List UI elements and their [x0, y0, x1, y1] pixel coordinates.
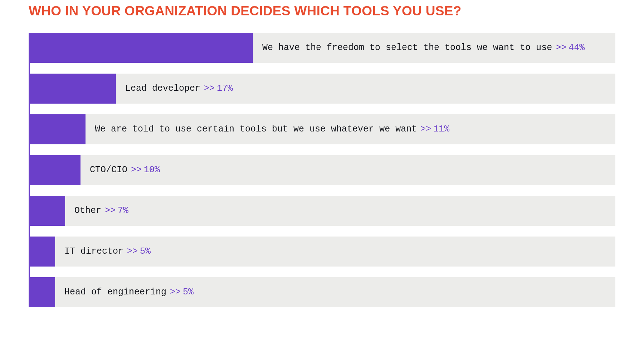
- bar-fill: [30, 237, 55, 267]
- bar-label: CTO/CIO >> 10%: [80, 155, 615, 185]
- bar-label-separator: >>: [420, 123, 431, 135]
- bar-row: Lead developer >> 17%: [30, 74, 615, 104]
- bar-label-separator: >>: [556, 42, 566, 54]
- bar-label-separator: >>: [170, 286, 181, 298]
- bar-label-value: 5%: [183, 286, 194, 298]
- bar-row: We have the freedom to select the tools …: [30, 33, 615, 63]
- bar-label-separator: >>: [131, 164, 142, 176]
- bar-fill: [30, 74, 116, 104]
- bar-label-value: 11%: [433, 123, 449, 135]
- bar-label-value: 5%: [140, 245, 151, 258]
- bar-label-text: We are told to use certain tools but we …: [95, 123, 417, 135]
- bar-label: We have the freedom to select the tools …: [253, 33, 615, 63]
- bar-label-separator: >>: [105, 205, 116, 217]
- bar-label-value: 44%: [569, 42, 585, 54]
- bar-fill: [30, 155, 80, 185]
- bar-row: We are told to use certain tools but we …: [30, 114, 615, 144]
- bar-label-text: Head of engineering: [64, 286, 166, 298]
- bar-label: IT director >> 5%: [55, 237, 615, 267]
- bar-fill: [30, 33, 253, 63]
- bar-label: Lead developer >> 17%: [116, 74, 615, 104]
- bar-label: Head of engineering >> 5%: [55, 277, 615, 307]
- bar-label-value: 17%: [217, 83, 233, 95]
- bar-row: IT director >> 5%: [30, 237, 615, 267]
- bar-fill: [30, 196, 65, 226]
- bar-label-value: 7%: [118, 205, 128, 217]
- bar-row: Other >> 7%: [30, 196, 615, 226]
- bar-label-text: We have the freedom to select the tools …: [262, 42, 552, 54]
- bar-label: We are told to use certain tools but we …: [86, 114, 615, 144]
- bar-label-text: CTO/CIO: [90, 164, 127, 176]
- bar-label-text: Other: [74, 205, 101, 217]
- bar-fill: [30, 277, 55, 307]
- bar-label-text: Lead developer: [125, 83, 200, 95]
- bar-label-separator: >>: [127, 245, 138, 258]
- chart-title: WHO IN YOUR ORGANIZATION DECIDES WHICH T…: [29, 4, 615, 19]
- bar-label-value: 10%: [144, 164, 160, 176]
- chart-frame: WHO IN YOUR ORGANIZATION DECIDES WHICH T…: [0, 0, 644, 318]
- bar-fill: [30, 114, 86, 144]
- bar-label: Other >> 7%: [65, 196, 615, 226]
- bar-label-text: IT director: [64, 245, 123, 258]
- bar-row: Head of engineering >> 5%: [30, 277, 615, 307]
- bar-label-separator: >>: [204, 83, 215, 95]
- bar-chart: We have the freedom to select the tools …: [29, 33, 615, 307]
- bar-row: CTO/CIO >> 10%: [30, 155, 615, 185]
